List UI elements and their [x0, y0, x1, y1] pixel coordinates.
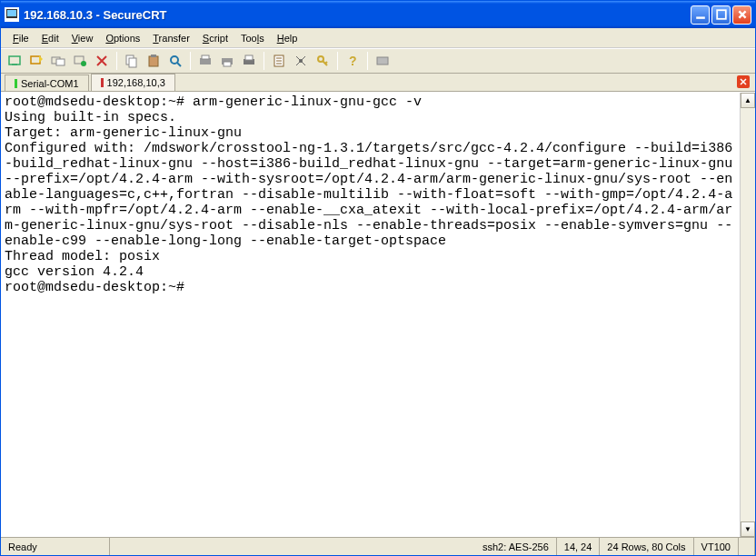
- svg-rect-11: [129, 58, 136, 67]
- toolbar-separator: [337, 52, 338, 70]
- toolbar: ?: [1, 48, 755, 74]
- status-cursor: 14, 24: [557, 538, 601, 555]
- menu-script[interactable]: Script: [196, 31, 234, 45]
- toggle-icon[interactable]: [373, 51, 393, 71]
- terminal-area: root@mdsedu-desktop:~# arm-generic-linux…: [1, 92, 755, 537]
- svg-point-9: [81, 61, 86, 66]
- status-size: 24 Rows, 80 Cols: [600, 538, 693, 555]
- svg-point-22: [299, 59, 303, 63]
- toolbar-separator: [367, 52, 368, 70]
- properties-icon[interactable]: [269, 51, 289, 71]
- status-indicator-icon: [101, 78, 104, 87]
- menu-options[interactable]: Options: [99, 31, 146, 45]
- status-ready: Ready: [1, 538, 110, 555]
- tab-label: 192,168,10,3: [107, 77, 165, 88]
- svg-rect-20: [245, 55, 253, 60]
- tab-close-button[interactable]: [737, 75, 750, 88]
- svg-rect-2: [696, 16, 705, 18]
- toolbar-separator: [116, 52, 117, 70]
- tab-label: Serial-COM1: [21, 78, 79, 89]
- scroll-track[interactable]: [741, 108, 755, 521]
- copy-icon[interactable]: [122, 51, 142, 71]
- statusbar: Ready ssh2: AES-256 14, 24 24 Rows, 80 C…: [1, 537, 755, 555]
- status-terminal-type: VT100: [694, 538, 739, 555]
- scroll-down-button[interactable]: ▼: [741, 521, 755, 537]
- svg-rect-3: [717, 10, 726, 19]
- svg-rect-13: [151, 55, 156, 57]
- minimize-button[interactable]: [691, 5, 710, 25]
- print-selection-icon[interactable]: [217, 51, 237, 71]
- paste-icon[interactable]: [144, 51, 164, 71]
- svg-rect-16: [202, 55, 209, 59]
- svg-rect-12: [149, 56, 158, 66]
- menu-tools[interactable]: Tools: [234, 31, 271, 45]
- cancel-icon[interactable]: [92, 51, 112, 71]
- maximize-button[interactable]: [711, 5, 731, 25]
- scroll-up-button[interactable]: ▲: [741, 93, 755, 108]
- svg-text:?: ?: [349, 54, 357, 68]
- svg-point-14: [171, 56, 178, 64]
- menu-file[interactable]: File: [6, 31, 35, 45]
- toolbar-separator: [264, 52, 264, 70]
- close-button[interactable]: [732, 5, 751, 25]
- window-titlebar: 192.168.10.3 - SecureCRT: [1, 1, 755, 28]
- status-grip: [739, 538, 755, 555]
- quick-connect-icon[interactable]: [26, 51, 46, 71]
- find-icon[interactable]: [165, 51, 185, 71]
- window-buttons: [691, 5, 751, 25]
- svg-rect-7: [56, 59, 65, 65]
- svg-rect-18: [224, 62, 231, 66]
- key-icon[interactable]: [313, 51, 333, 71]
- status-connection: ssh2: AES-256: [475, 538, 557, 555]
- menu-help[interactable]: Help: [271, 31, 304, 45]
- status-indicator-icon: [15, 79, 17, 88]
- svg-rect-25: [377, 57, 388, 65]
- svg-rect-1: [7, 10, 16, 16]
- connect-icon[interactable]: [5, 51, 25, 71]
- menu-edit[interactable]: Edit: [35, 31, 65, 45]
- window-title: 192.168.10.3 - SecureCRT: [24, 8, 691, 22]
- vertical-scrollbar[interactable]: ▲ ▼: [740, 93, 755, 537]
- session-tabbar: Serial-COM1 192,168,10,3: [1, 74, 755, 92]
- print-screen-icon[interactable]: [195, 51, 215, 71]
- tab-serial-com1[interactable]: Serial-COM1: [5, 74, 89, 91]
- print-icon[interactable]: [239, 51, 259, 71]
- reconnect-icon[interactable]: [48, 51, 68, 71]
- menu-transfer[interactable]: Transfer: [146, 31, 196, 45]
- toolbar-separator: [190, 52, 191, 70]
- tab-ssh-session[interactable]: 192,168,10,3: [91, 74, 175, 91]
- menubar: File Edit View Options Transfer Script T…: [1, 28, 755, 48]
- terminal-output[interactable]: root@mdsedu-desktop:~# arm-generic-linux…: [1, 93, 740, 537]
- menu-view[interactable]: View: [65, 31, 100, 45]
- settings-icon[interactable]: [291, 51, 311, 71]
- help-icon[interactable]: ?: [343, 51, 363, 71]
- svg-rect-5: [31, 56, 40, 64]
- svg-rect-4: [9, 56, 20, 65]
- disconnect-icon[interactable]: [70, 51, 90, 71]
- app-icon: [5, 7, 19, 22]
